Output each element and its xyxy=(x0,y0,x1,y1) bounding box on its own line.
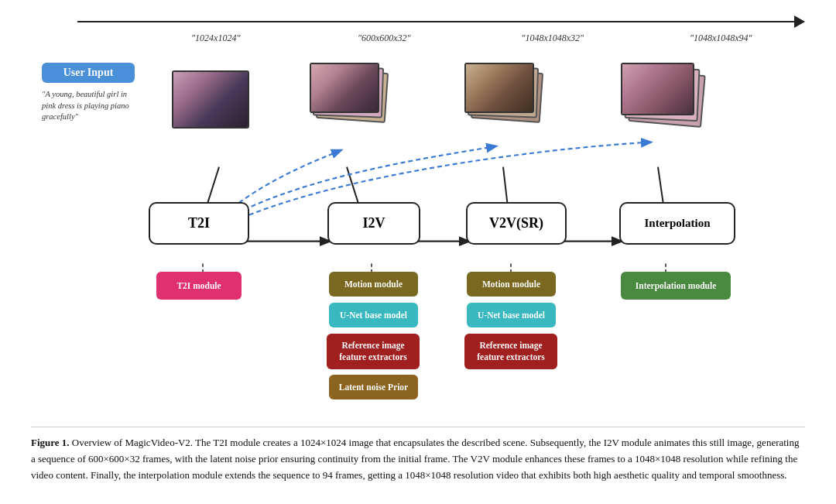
i2v-image-front xyxy=(310,63,379,113)
interp-image-stack xyxy=(621,63,721,136)
user-input-box: User Input "A young, beautiful girl in p… xyxy=(42,63,135,123)
user-input-label: User Input xyxy=(42,63,135,83)
t2i-image-stack xyxy=(172,70,249,129)
v2v-image-stack xyxy=(464,63,557,132)
i2v-ref-pill: Reference image feature extractors xyxy=(327,334,420,369)
v2v-motion-text: Motion module xyxy=(482,279,540,290)
interp-image-front xyxy=(621,63,694,115)
timeline xyxy=(31,15,805,28)
col-labels: "1024x1024" "600x600x32" "1048x1048x32" … xyxy=(31,33,805,44)
i2v-module-box: I2V xyxy=(327,202,420,245)
t2i-module-pill: T2I module xyxy=(156,272,242,300)
t2i-module-box: T2I xyxy=(149,202,249,245)
i2v-unet-pill: U-Net base model xyxy=(329,303,418,327)
i2v-label: I2V xyxy=(362,215,385,231)
v2v-ref-pill: Reference image feature extractors xyxy=(464,334,557,369)
v2v-unet-pill: U-Net base model xyxy=(467,303,556,327)
v2v-motion-pill: Motion module xyxy=(467,272,556,297)
caption-prefix: Figure 1. xyxy=(31,437,70,448)
i2v-image-stack xyxy=(310,63,403,132)
col-label-t2i: "1024x1024" xyxy=(146,33,286,44)
v2v-label: V2V(SR) xyxy=(489,215,543,231)
diagram: User Input "A young, beautiful girl in p… xyxy=(31,47,805,419)
timeline-arrow xyxy=(794,15,805,28)
v2v-ref-text: Reference image feature extractors xyxy=(471,340,551,363)
col-label-v2v: "1048x1048x32" xyxy=(483,33,622,44)
v2v-image-front xyxy=(464,63,534,113)
i2v-unet-text: U-Net base model xyxy=(340,310,407,321)
i2v-motion-pill: Motion module xyxy=(329,272,418,297)
user-input-text: "A young, beautiful girl in pink dress i… xyxy=(42,89,135,123)
i2v-ref-text: Reference image feature extractors xyxy=(333,340,413,363)
col-label-i2v: "600x600x32" xyxy=(314,33,454,44)
page: "1024x1024" "600x600x32" "1048x1048x32" … xyxy=(0,0,836,504)
interp-module-pill: Interpolation module xyxy=(621,272,731,300)
interp-module-pill-text: Interpolation module xyxy=(636,280,716,292)
t2i-image xyxy=(172,70,249,129)
v2v-unet-text: U-Net base model xyxy=(478,310,545,321)
caption-text: Overview of MagicVideo-V2. The T2I modul… xyxy=(31,437,799,481)
caption: Figure 1. Overview of MagicVideo-V2. The… xyxy=(31,427,805,483)
i2v-motion-text: Motion module xyxy=(344,279,403,290)
v2v-module-box: V2V(SR) xyxy=(466,202,567,245)
i2v-latent-text: Latent noise Prior xyxy=(339,382,408,393)
t2i-module-pill-text: T2I module xyxy=(176,280,221,292)
i2v-latent-pill: Latent noise Prior xyxy=(329,375,418,399)
interp-module-box: Interpolation xyxy=(619,202,735,245)
timeline-line xyxy=(77,21,794,22)
t2i-label: T2I xyxy=(188,215,210,231)
col-label-interp: "1048x1048x94" xyxy=(651,33,790,44)
interp-label: Interpolation xyxy=(644,217,710,230)
